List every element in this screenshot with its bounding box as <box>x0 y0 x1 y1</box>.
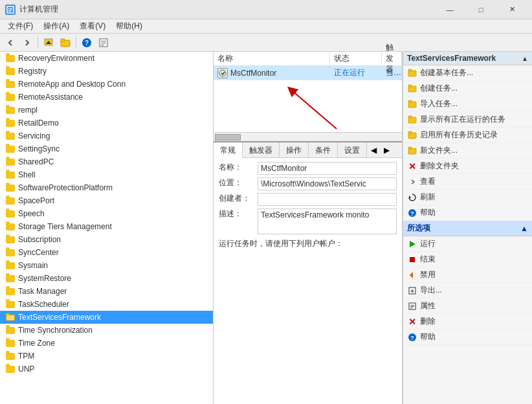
sidebar-tree[interactable]: RecoveryEnvironment Registry RemoteApp a… <box>0 52 214 404</box>
detail-tabs: 常规 触发器 操作 条件 设置 ◀ ▶ <box>214 142 402 158</box>
sidebar-item-retaildemo[interactable]: RetailDemo <box>0 117 213 129</box>
sidebar-item-settingsync[interactable]: SettingSync <box>0 142 213 155</box>
action-run[interactable]: 运行 <box>403 236 532 252</box>
sidebar-item-recoveryenvironment[interactable]: RecoveryEnvironment <box>0 52 213 65</box>
sidebar-item-remoteassistance[interactable]: RemoteAssistance <box>0 91 213 104</box>
sidebar-item-taskmanager[interactable]: Task Manager <box>0 285 213 298</box>
svg-rect-16 <box>6 315 14 320</box>
action-disable[interactable]: 禁用 <box>403 267 532 283</box>
collapse-main-arrow[interactable]: ▲ <box>522 55 528 62</box>
sidebar-item-storagetiers[interactable]: Storage Tiers Management <box>0 220 213 233</box>
col-header-status[interactable]: 状态 <box>330 52 382 65</box>
menu-view[interactable]: 查看(V) <box>74 19 111 33</box>
action-view[interactable]: 查看 <box>403 174 532 190</box>
task-trigger: 当任何用户登 <box>382 66 402 80</box>
task-status: 正在运行 <box>330 66 382 80</box>
sidebar-item-systemrestore[interactable]: SystemRestore <box>0 272 213 285</box>
action-import-task[interactable]: 导入任务... <box>403 96 532 112</box>
sidebar-item-registry[interactable]: Registry <box>0 65 213 78</box>
minimize-button[interactable]: — <box>435 0 465 19</box>
sidebar-item-shell[interactable]: Shell <box>0 168 213 181</box>
tab-triggers[interactable]: 触发器 <box>243 142 280 157</box>
collapse-selected-arrow[interactable]: ▲ <box>520 224 528 233</box>
sidebar-item-softwareprotection[interactable]: SoftwareProtectionPlatform <box>0 181 213 194</box>
sidebar-item-taskscheduler[interactable]: TaskScheduler <box>0 298 213 311</box>
sidebar-item-sysmain[interactable]: Sysmain <box>0 259 213 272</box>
sidebar-item-sharedpc[interactable]: SharedPC <box>0 155 213 168</box>
sidebar-item-timesync[interactable]: Time Synchronization <box>0 324 213 337</box>
tab-conditions[interactable]: 条件 <box>309 142 338 157</box>
description-label: 描述： <box>219 208 258 219</box>
creator-value[interactable] <box>258 193 397 206</box>
maximize-button[interactable]: □ <box>466 0 496 19</box>
window-controls[interactable]: — □ ✕ <box>435 0 527 19</box>
sidebar-item-tpm[interactable]: TPM <box>0 350 213 363</box>
help-button[interactable]: ? <box>79 36 94 50</box>
close-button[interactable]: ✕ <box>497 0 527 19</box>
tabs-scroll-left[interactable]: ◀ <box>367 142 380 157</box>
right-main-header: TextServicesFramework ▲ <box>403 52 532 65</box>
tab-actions[interactable]: 操作 <box>280 142 309 157</box>
svg-marker-32 <box>409 196 411 199</box>
delete-folder-icon: ✕ <box>407 161 417 172</box>
up-button[interactable] <box>41 36 56 50</box>
sidebar-item-spaceport[interactable]: SpacePort <box>0 194 213 207</box>
sidebar-item-synccenter[interactable]: SyncCenter <box>0 246 213 259</box>
col-header-trigger[interactable]: 触发器 <box>382 52 402 65</box>
svg-rect-42 <box>410 306 414 307</box>
svg-marker-37 <box>410 272 413 278</box>
forward-button[interactable] <box>19 36 35 50</box>
action-delete[interactable]: ✕ 删除 <box>403 314 532 330</box>
action-refresh[interactable]: 刷新 <box>403 190 532 205</box>
location-value[interactable]: \Microsoft\Windows\TextServic <box>258 177 397 190</box>
action-properties[interactable]: 属性 <box>403 298 532 314</box>
properties-button[interactable] <box>96 36 111 50</box>
svg-rect-1 <box>8 8 12 9</box>
svg-rect-43 <box>410 308 413 308</box>
sidebar-item-textservicesframework[interactable]: TextServicesFramework <box>0 311 213 324</box>
folder-icon-selected <box>5 312 16 322</box>
tab-general[interactable]: 常规 <box>214 142 243 158</box>
sidebar-item-rempl[interactable]: rempl <box>0 104 213 117</box>
location-label: 位置： <box>219 177 258 188</box>
sidebar-item-speech[interactable]: Speech <box>0 207 213 220</box>
sidebar-item-subscription[interactable]: Subscription <box>0 233 213 246</box>
menu-help[interactable]: 帮助(H) <box>111 19 148 33</box>
right-panel: TextServicesFramework ▲ 创建基本任务... 创建任务..… <box>403 52 532 404</box>
menu-action[interactable]: 操作(A) <box>38 19 74 33</box>
description-value[interactable]: TextServicesFramework monito <box>258 208 397 234</box>
horizontal-scrollbar[interactable] <box>214 132 402 141</box>
menu-file[interactable]: 文件(F) <box>3 19 38 33</box>
detail-location-row: 位置： \Microsoft\Windows\TextServic <box>219 177 397 190</box>
folder-button[interactable] <box>58 36 73 50</box>
tabs-scroll-right[interactable]: ▶ <box>380 142 393 157</box>
action-create-task[interactable]: 创建任务... <box>403 81 532 96</box>
action-help-selected[interactable]: ? 帮助 <box>403 330 532 345</box>
folder-icon <box>5 234 16 245</box>
delete-icon: ✕ <box>407 317 417 327</box>
col-header-name[interactable]: 名称 <box>214 52 330 65</box>
back-button[interactable] <box>3 36 18 50</box>
action-end[interactable]: 结束 <box>403 252 532 267</box>
folder-icon <box>5 66 16 76</box>
security-text: 运行任务时，请使用下列用户帐户： <box>219 239 343 248</box>
sidebar-item-remoteapp[interactable]: RemoteApp and Desktop Conn <box>0 78 213 91</box>
sidebar-item-timezone[interactable]: Time Zone <box>0 337 213 350</box>
sidebar-item-unp[interactable]: UNP <box>0 363 213 376</box>
center-panel: 名称 状态 触发器 MsCtfMonitor 正在运行 当任何用户登 <box>214 52 403 404</box>
action-new-folder[interactable]: 新文件夹... <box>403 143 532 159</box>
folder-icon <box>5 196 16 206</box>
action-export[interactable]: 导出... <box>403 283 532 298</box>
svg-rect-13 <box>101 45 104 45</box>
action-create-basic[interactable]: 创建基本任务... <box>403 65 532 81</box>
action-show-running[interactable]: 显示所有正在运行的任务 <box>403 112 532 128</box>
action-help-main[interactable]: ? 帮助 <box>403 205 532 221</box>
task-row[interactable]: MsCtfMonitor 正在运行 当任何用户登 <box>214 66 402 80</box>
name-value[interactable]: MsCtfMonitor <box>258 162 397 175</box>
action-delete-folder[interactable]: ✕ 删除文件夹 <box>403 159 532 174</box>
svg-text:?: ? <box>410 335 414 341</box>
tab-settings[interactable]: 设置 <box>338 142 367 157</box>
folder-icon <box>5 118 16 128</box>
action-enable-history[interactable]: 启用所有任务历史记录 <box>403 128 532 143</box>
sidebar-item-servicing[interactable]: Servicing <box>0 129 213 142</box>
